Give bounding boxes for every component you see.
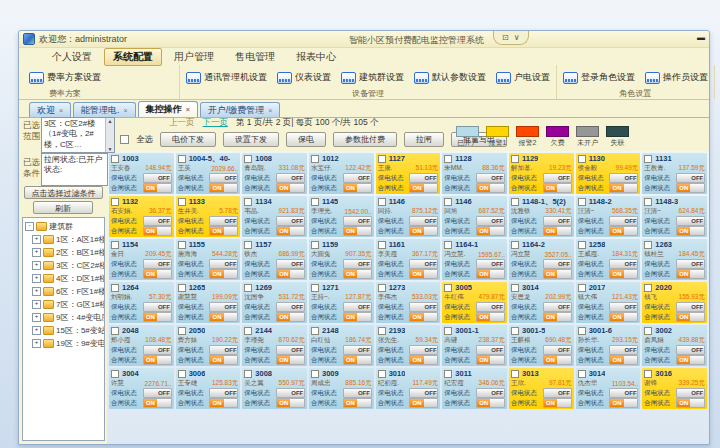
room-card[interactable]: 1263钱桂兰184.45元保电状态OFF合闸状态ON <box>642 239 707 280</box>
toggle-on[interactable]: ON <box>277 313 291 321</box>
room-checkbox[interactable] <box>111 370 119 378</box>
switch-status-toggle[interactable]: ON <box>476 269 505 279</box>
toggle-off[interactable]: OFF <box>557 303 571 311</box>
toggle-on[interactable]: ON <box>277 356 291 364</box>
room-checkbox[interactable] <box>644 370 652 378</box>
tree-item[interactable]: +4区：D区1#楼（D区.. <box>23 272 104 285</box>
room-card[interactable]: 1127王康.51.13元保电状态OFF合闸状态ON <box>376 153 441 194</box>
toggle-on[interactable]: ON <box>210 227 224 235</box>
room-card[interactable]: 2144李瑾尧870.62元保电状态OFF合闸状态ON <box>242 325 307 366</box>
switch-status-toggle[interactable]: ON <box>276 269 305 279</box>
toggle-off[interactable]: OFF <box>490 260 504 268</box>
skin-selector[interactable]: ⊡ ∨ <box>493 31 529 45</box>
switch-status-toggle[interactable]: ON <box>209 312 238 322</box>
toggle-on[interactable]: ON <box>277 227 291 235</box>
toggle-off[interactable]: OFF <box>357 174 371 182</box>
close-icon[interactable]: × <box>59 107 63 114</box>
toggle-off[interactable]: OFF <box>557 174 571 182</box>
room-checkbox[interactable] <box>511 284 519 292</box>
toggle-on[interactable]: ON <box>344 313 358 321</box>
switch-status-toggle[interactable]: ON <box>343 226 372 236</box>
room-checkbox[interactable] <box>511 370 519 378</box>
room-checkbox[interactable] <box>178 284 186 292</box>
room-checkbox[interactable] <box>111 155 119 163</box>
room-card[interactable]: 1269沈国争531.72元保电状态OFF合闸状态ON <box>242 282 307 323</box>
toggle-on[interactable]: ON <box>144 270 158 278</box>
room-checkbox[interactable] <box>578 327 586 335</box>
toggle-off[interactable]: OFF <box>224 174 238 182</box>
toggle-on[interactable]: ON <box>210 313 224 321</box>
toggle-off[interactable]: OFF <box>290 389 304 397</box>
tree-root[interactable]: -建筑群 <box>23 220 104 233</box>
toggle-off[interactable]: OFF <box>157 389 171 397</box>
expand-icon[interactable]: + <box>32 287 41 296</box>
toggle-off[interactable]: OFF <box>557 389 571 397</box>
ribbon-button-建筑群设置[interactable]: 建筑群设置 <box>341 71 404 84</box>
toggle-on[interactable]: ON <box>610 270 624 278</box>
room-card[interactable]: 1265谢慧慧199.09元保电状态OFF合闸状态ON <box>176 282 241 323</box>
toggle-on[interactable]: ON <box>410 356 424 364</box>
toggle-off[interactable]: OFF <box>557 260 571 268</box>
switch-status-toggle[interactable]: ON <box>143 183 172 193</box>
room-checkbox[interactable] <box>644 155 652 163</box>
toggle-off[interactable]: OFF <box>490 174 504 182</box>
toggle-on[interactable]: ON <box>144 356 158 364</box>
room-card[interactable]: 3001-5王麒裕690.48元保电状态OFF合闸状态ON <box>509 325 574 366</box>
minimize-icon[interactable]: ▬ <box>697 33 705 42</box>
power-protect-toggle[interactable]: OFF <box>143 259 172 269</box>
toggle-off[interactable]: OFF <box>290 346 304 354</box>
toggle-on[interactable]: ON <box>477 270 491 278</box>
close-icon[interactable]: × <box>124 107 128 114</box>
menu-item-个人设置[interactable]: 个人设置 <box>43 48 101 66</box>
room-checkbox[interactable] <box>178 327 186 335</box>
scroll-down-icon[interactable]: ▼ <box>108 146 113 153</box>
switch-status-toggle[interactable]: ON <box>209 183 238 193</box>
power-protect-toggle[interactable]: OFF <box>543 388 572 398</box>
toggle-off[interactable]: OFF <box>490 346 504 354</box>
room-card[interactable]: 3002俞凤娟439.88元保电状态OFF合闸状态ON <box>642 325 707 366</box>
ribbon-button-户电设置[interactable]: 户电设置 <box>496 71 550 84</box>
expand-icon[interactable]: + <box>32 261 41 270</box>
toggle-on[interactable]: ON <box>210 184 224 192</box>
toggle-off[interactable]: OFF <box>624 174 638 182</box>
room-checkbox[interactable] <box>378 327 386 335</box>
toggle-on[interactable]: ON <box>544 399 558 407</box>
toggle-off[interactable]: OFF <box>424 260 438 268</box>
toggle-on[interactable]: ON <box>544 184 558 192</box>
power-protect-toggle[interactable]: OFF <box>476 259 505 269</box>
switch-status-toggle[interactable]: ON <box>409 226 438 236</box>
switch-status-toggle[interactable]: ON <box>209 355 238 365</box>
toggle-on[interactable]: ON <box>277 399 291 407</box>
toggle-off[interactable]: OFF <box>157 217 171 225</box>
ribbon-button-登录角色设置[interactable]: 登录角色设置 <box>563 71 635 84</box>
toggle-off[interactable]: OFF <box>624 260 638 268</box>
toggle-on[interactable]: ON <box>477 227 491 235</box>
room-card[interactable]: 3009周成忠885.16元保电状态OFF合闸状态ON <box>309 368 374 409</box>
power-protect-toggle[interactable]: OFF <box>209 216 238 226</box>
room-checkbox[interactable] <box>311 370 319 378</box>
expand-icon[interactable]: + <box>32 300 41 309</box>
room-card[interactable]: 1161李美霞367.17元保电状态OFF合闸状态ON <box>376 239 441 280</box>
toggle-off[interactable]: OFF <box>157 346 171 354</box>
room-checkbox[interactable] <box>378 198 386 206</box>
toggle-on[interactable]: ON <box>410 227 424 235</box>
room-card[interactable]: 3001-6孙长华.293.15元保电状态OFF合闸状态ON <box>576 325 641 366</box>
power-protect-toggle[interactable]: OFF <box>209 345 238 355</box>
room-checkbox[interactable] <box>311 198 319 206</box>
power-protect-toggle[interactable]: OFF <box>409 345 438 355</box>
toolbar-button-设置下发[interactable]: 设置下发 <box>223 132 279 147</box>
room-card[interactable]: 1128朱MM.88.36元保电状态OFF合闸状态ON <box>442 153 507 194</box>
toggle-off[interactable]: OFF <box>690 346 704 354</box>
switch-status-toggle[interactable]: ON <box>143 355 172 365</box>
switch-status-toggle[interactable]: ON <box>543 355 572 365</box>
room-card[interactable]: 2020钱飞155.93元保电状态OFF合闸状态ON <box>642 282 707 323</box>
power-protect-toggle[interactable]: OFF <box>476 216 505 226</box>
power-protect-toggle[interactable]: OFF <box>143 345 172 355</box>
switch-status-toggle[interactable]: ON <box>343 312 372 322</box>
room-checkbox[interactable] <box>111 198 119 206</box>
expand-icon[interactable]: + <box>32 313 41 322</box>
toggle-off[interactable]: OFF <box>424 346 438 354</box>
ribbon-button-操作员设置[interactable]: 操作员设置 <box>645 71 708 84</box>
room-card[interactable]: 3001-1高键238.37元保电状态OFF合闸状态ON <box>442 325 507 366</box>
power-protect-toggle[interactable]: OFF <box>543 216 572 226</box>
